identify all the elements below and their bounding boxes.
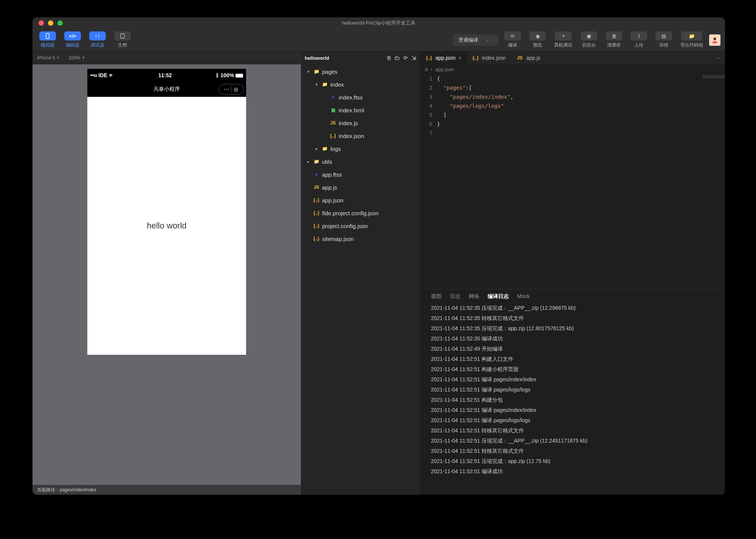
json-icon: {..}: [330, 132, 336, 139]
log-line: 2021-11-04 11:52:51 编译 pages/logs/logs: [431, 415, 714, 426]
log-line: 2021-11-04 11:52:51 压缩完成：__APP__.zip (12…: [431, 436, 714, 446]
background-button[interactable]: ▣ 切后台: [578, 31, 600, 49]
signal-icon: ••ıı: [90, 72, 98, 78]
phone-content: hello world: [87, 97, 246, 355]
editor-button[interactable]: </> 编辑器: [62, 31, 83, 49]
refresh-icon[interactable]: ⟳: [403, 55, 408, 61]
battery-icon: [235, 74, 243, 78]
avatar[interactable]: [709, 34, 720, 46]
console-tab[interactable]: 日志: [450, 293, 460, 300]
tree-file[interactable]: {..}project.config.json: [301, 219, 420, 232]
editor-tab[interactable]: JSapp.js: [511, 51, 545, 64]
close-miniprogram-icon[interactable]: ◎: [231, 85, 240, 93]
maximize-window-icon[interactable]: [57, 20, 63, 26]
folder-icon: 📁: [321, 81, 328, 88]
tree-file[interactable]: JSapp.js: [301, 181, 420, 194]
file-name: index.fxml: [339, 107, 364, 113]
tree-folder[interactable]: ▸📁logs: [301, 142, 420, 155]
log-line: 2021-11-04 11:52:51 构建入口文件: [431, 354, 714, 364]
editor-tab[interactable]: {..}app.json×: [420, 51, 467, 64]
tree-file[interactable]: ≡app.ftss: [301, 168, 420, 181]
console-tab[interactable]: Mock: [517, 293, 530, 300]
explorer-header: helloworld ⎘ 🗀 ⟳ ⇲: [301, 51, 420, 64]
console-tab[interactable]: 视图: [431, 293, 442, 300]
zoom-select[interactable]: 100% ▾: [68, 55, 85, 61]
collapse-icon[interactable]: ⇲: [412, 55, 416, 61]
tree-folder[interactable]: ▾📁pages: [301, 65, 420, 78]
tree-file[interactable]: {..}sitemap.json: [301, 232, 420, 245]
more-icon[interactable]: ⋯: [222, 85, 231, 93]
more-tabs-icon[interactable]: ⋯: [711, 51, 725, 64]
document-icon: [120, 33, 125, 39]
console-tab[interactable]: 网络: [469, 293, 479, 300]
folder-icon: 📁: [313, 158, 320, 165]
file-name: index.ftss: [339, 94, 363, 101]
compile-button[interactable]: ⟳ 编译: [502, 31, 523, 49]
line-gutter: 1234567: [420, 74, 437, 289]
compile-mode-select[interactable]: 普通编译 ⌄: [452, 34, 498, 46]
tree-file[interactable]: {..}index.json: [301, 129, 420, 142]
bug-icon: ⌖: [562, 33, 565, 39]
editor-panel: {..}app.json×{..}index.jsonJSapp.js⋯ d ›…: [420, 51, 725, 495]
code-icon: </>: [69, 33, 76, 39]
editor-tab[interactable]: {..}index.json: [467, 51, 511, 64]
file-tree: ▾📁pages▾📁index≡index.ftss▦index.fxmlJSin…: [301, 64, 420, 495]
new-folder-icon[interactable]: 🗀: [394, 55, 400, 61]
chevron-down-icon: ⌄: [486, 37, 489, 42]
minimize-window-icon[interactable]: [48, 20, 53, 26]
debugger-button[interactable]: ⫶⫶ 调试器: [87, 31, 108, 49]
device-icon: [45, 33, 51, 39]
main: iPhone 5 ▾ 100% ▾ ••ıı IDE ᯤ 11:52 ᛒ 100…: [33, 51, 725, 495]
console-tab[interactable]: 编译日志: [488, 293, 509, 300]
simulator-panel: iPhone 5 ▾ 100% ▾ ••ıı IDE ᯤ 11:52 ᛒ 100…: [33, 51, 301, 495]
file-name: app.ftss: [322, 171, 342, 178]
console-tabs: 视图日志网络编译日志Mock: [420, 289, 725, 301]
code-area[interactable]: 1234567 { "pages":[ "pages/index/index",…: [420, 74, 725, 289]
docs-button[interactable]: 文档: [112, 31, 133, 49]
tree-file[interactable]: {..}fide.project.config.json: [301, 207, 420, 219]
tree-folder[interactable]: ▾📁index: [301, 78, 420, 91]
log-line: 2021-11-04 11:52:51 编译 pages/index/index: [431, 374, 714, 385]
export-button[interactable]: 📁 导出代码包: [678, 31, 705, 49]
css-icon: ≡: [313, 171, 320, 178]
preview-button[interactable]: ◉ 预览: [527, 31, 548, 49]
folder-icon: 📁: [313, 68, 320, 75]
clear-cache-button[interactable]: 🗑 清缓存: [603, 31, 624, 49]
log-line: 2021-11-04 11:52:51 转移其它格式文件: [431, 426, 714, 436]
tree-file[interactable]: {..}app.json: [301, 194, 420, 207]
window: helloworld-FinClip小程序开发工具 模拟器 </> 编辑器 ⫶⫶…: [33, 17, 725, 495]
user-icon: [711, 36, 719, 44]
device-select[interactable]: iPhone 5 ▾: [37, 55, 59, 61]
tree-file[interactable]: ≡index.ftss: [301, 91, 420, 104]
tab-label: app.js: [526, 55, 540, 61]
log-line: 2021-11-04 11:52:51 转移其它格式文件: [431, 446, 714, 456]
tab-label: index.json: [482, 55, 506, 61]
json-icon: {..}: [313, 197, 320, 203]
tree-file[interactable]: ▦index.fxml: [301, 104, 420, 116]
details-button[interactable]: ▤ 详情: [653, 31, 674, 49]
css-icon: ≡: [330, 94, 336, 101]
file-name: index.js: [339, 120, 358, 126]
tree-file[interactable]: JSindex.js: [301, 116, 420, 129]
docs-label: 文档: [118, 42, 127, 48]
close-window-icon[interactable]: [39, 20, 44, 26]
folder-icon: 📁: [321, 145, 328, 152]
log-line: 2021-11-04 11:52:51 构建小程序页面: [431, 364, 714, 374]
file-name: pages: [322, 68, 338, 75]
svg-point-2: [714, 37, 716, 40]
breadcrumb-part[interactable]: d: [425, 67, 428, 72]
editor-label: 编辑器: [66, 42, 79, 48]
minimap[interactable]: [702, 75, 725, 79]
new-file-icon[interactable]: ⎘: [387, 55, 390, 61]
json-icon: {..}: [313, 222, 320, 229]
remote-debug-button[interactable]: ⌖ 真机调试: [552, 31, 575, 49]
upload-button[interactable]: ⤴ 上传: [628, 31, 649, 49]
simulator-button[interactable]: 模拟器: [37, 31, 58, 49]
file-name: utils: [322, 158, 332, 165]
log-line: 2021-11-04 11:52:35 编译成功: [431, 334, 714, 344]
breadcrumb-part[interactable]: app.json: [435, 67, 454, 72]
close-tab-icon[interactable]: ×: [459, 55, 462, 61]
refresh-icon: ⟳: [511, 33, 515, 39]
device-label: iPhone 5: [37, 55, 55, 61]
tree-folder[interactable]: ▸📁utils: [301, 155, 420, 168]
